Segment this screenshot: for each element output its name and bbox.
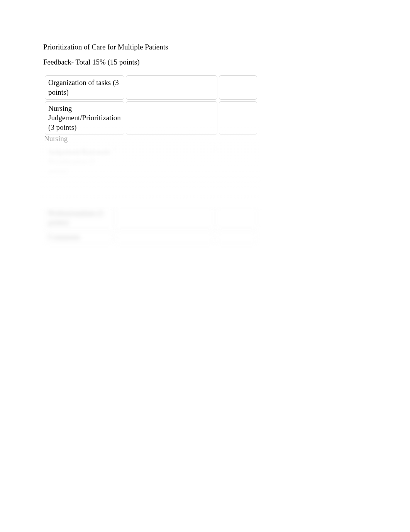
overflow-label: Nursing bbox=[44, 134, 368, 143]
points-cell bbox=[219, 75, 257, 100]
criteria-cell: Professionalism (3 points) bbox=[45, 206, 114, 230]
page-title: Prioritization of Care for Multiple Pati… bbox=[43, 42, 367, 52]
feedback-table: Organization of tasks (3 points) Nursing… bbox=[43, 74, 259, 136]
feedback-cell bbox=[126, 75, 217, 100]
feedback-cell bbox=[115, 206, 214, 230]
table-row: Nursing Judgement/Prioritization (3 poin… bbox=[45, 101, 257, 135]
feedback-cell bbox=[115, 180, 214, 204]
criteria-cell: Judgement/Rationale Prioritization (3 po… bbox=[45, 145, 114, 178]
feedback-cell bbox=[115, 145, 214, 178]
criteria-cell: Comments bbox=[45, 231, 114, 243]
criteria-cell: Organization of tasks (3 points) bbox=[45, 75, 124, 100]
points-cell bbox=[216, 231, 257, 243]
points-cell bbox=[216, 180, 257, 204]
table-row: Professionalism (3 points) bbox=[45, 206, 257, 230]
points-cell bbox=[216, 206, 257, 230]
table-row: Managing Time (3 points) bbox=[45, 180, 257, 204]
criteria-cell: Nursing Judgement/Prioritization (3 poin… bbox=[45, 101, 124, 135]
points-cell bbox=[216, 145, 257, 178]
page-subtitle: Feedback- Total 15% (15 points) bbox=[43, 58, 367, 67]
criteria-cell: Managing Time (3 points) bbox=[45, 180, 114, 204]
table-row: Organization of tasks (3 points) bbox=[45, 75, 257, 100]
feedback-cell bbox=[126, 101, 217, 135]
feedback-cell bbox=[115, 231, 214, 243]
table-row: Judgement/Rationale Prioritization (3 po… bbox=[45, 145, 257, 178]
points-cell bbox=[219, 101, 257, 135]
table-row: Comments bbox=[45, 231, 257, 243]
feedback-table-continued: Judgement/Rationale Prioritization (3 po… bbox=[43, 143, 259, 245]
